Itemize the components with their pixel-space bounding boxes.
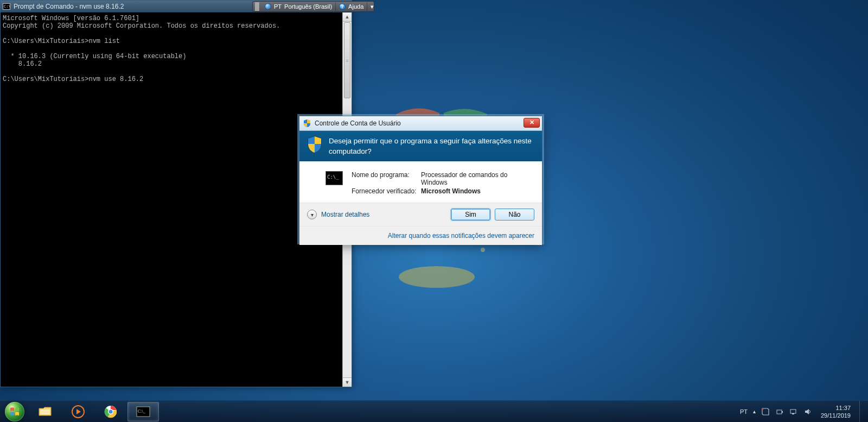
no-button[interactable]: Não <box>495 209 534 221</box>
vendor-label: Fornecedor verificado: <box>352 187 421 195</box>
command-prompt-icon: C:\_ <box>136 406 150 417</box>
shield-large-icon <box>307 136 322 153</box>
svg-rect-11 <box>782 411 783 413</box>
vendor-value: Microsoft Windows <box>421 187 533 195</box>
close-button[interactable]: ✕ <box>524 118 540 128</box>
scroll-down-button[interactable]: ▼ <box>343 377 352 387</box>
globe-icon <box>265 3 271 10</box>
uac-linkbar: Alterar quando essas notificações devem … <box>299 226 542 245</box>
svg-rect-10 <box>777 410 782 414</box>
svg-point-0 <box>399 266 475 288</box>
tray-language-indicator[interactable]: PT <box>740 408 748 415</box>
grip-icon[interactable] <box>255 2 259 11</box>
media-player-icon <box>72 405 85 418</box>
svg-point-7 <box>109 410 113 413</box>
svg-rect-3 <box>40 410 50 414</box>
clock-date: 29/11/2019 <box>821 412 851 419</box>
program-name-value: Processador de comandos do Windows <box>421 171 533 186</box>
help-icon: ? <box>339 3 346 10</box>
uac-titlebar[interactable]: Controle de Conta de Usuário ✕ <box>299 116 542 131</box>
scrollbar-thumb[interactable] <box>344 22 350 98</box>
chrome-icon <box>104 405 117 418</box>
taskbar-item-cmd[interactable]: C:\_ <box>127 402 159 421</box>
language-name: Português (Brasil) <box>284 3 332 10</box>
shield-icon <box>303 119 311 128</box>
start-button[interactable] <box>0 401 29 423</box>
change-notifications-link[interactable]: Alterar quando essas notificações devem … <box>388 232 534 240</box>
volume-icon[interactable] <box>803 407 812 416</box>
langbar-options-button[interactable]: ▾ <box>367 2 374 11</box>
taskbar-pinned-items: C:\_ <box>29 401 159 422</box>
windows-logo-icon <box>9 406 20 417</box>
svg-rect-13 <box>792 413 794 414</box>
command-prompt-title: Prompt de Comando - nvm use 8.16.2 <box>14 3 124 10</box>
svg-point-2 <box>481 248 485 252</box>
command-prompt-output[interactable]: Microsoft Windows [versão 6.1.7601] Copy… <box>1 12 352 83</box>
uac-dialog: Controle de Conta de Usuário ✕ Deseja pe… <box>299 116 542 243</box>
help-label: Ajuda <box>348 3 363 10</box>
taskbar: C:\_ PT ▴ 11:37 29/11/2019 <box>0 400 868 422</box>
show-details-link[interactable]: Mostrar detalhes <box>321 211 369 218</box>
chevron-down-icon[interactable]: ▾ <box>307 210 317 219</box>
tray-show-hidden-button[interactable]: ▴ <box>753 408 756 414</box>
program-icon <box>326 171 343 185</box>
uac-message: Deseja permitir que o programa a seguir … <box>329 136 534 156</box>
show-desktop-button[interactable] <box>859 401 866 422</box>
taskbar-clock[interactable]: 11:37 29/11/2019 <box>818 404 854 419</box>
command-prompt-icon <box>3 3 10 10</box>
power-icon[interactable] <box>775 407 784 416</box>
language-indicator[interactable]: PT Português (Brasil) <box>261 2 336 11</box>
folder-icon <box>38 406 53 418</box>
uac-body: Nome do programa: Processador de comando… <box>299 161 542 203</box>
network-icon[interactable] <box>789 407 798 416</box>
system-tray: PT ▴ 11:37 29/11/2019 <box>735 401 868 422</box>
svg-text:C:\_: C:\_ <box>138 409 146 414</box>
program-name-label: Nome do programa: <box>352 171 421 186</box>
clock-time: 11:37 <box>821 404 851 412</box>
uac-title-text: Controle de Conta de Usuário <box>315 119 401 127</box>
taskbar-item-media-player[interactable] <box>62 402 94 421</box>
yes-button[interactable]: Sim <box>451 209 490 221</box>
action-center-icon[interactable] <box>761 407 770 416</box>
scroll-up-button[interactable]: ▲ <box>343 12 352 22</box>
language-code: PT <box>274 3 282 10</box>
svg-rect-12 <box>790 410 796 413</box>
taskbar-item-chrome[interactable] <box>95 402 126 421</box>
uac-footer: ▾ Mostrar detalhes Sim Não <box>299 203 542 226</box>
help-button[interactable]: ? Ajuda <box>336 2 367 11</box>
language-bar[interactable]: PT Português (Brasil) ? Ajuda ▾ <box>252 1 374 12</box>
taskbar-item-explorer[interactable] <box>30 402 61 421</box>
uac-header: Deseja permitir que o programa a seguir … <box>299 131 542 161</box>
